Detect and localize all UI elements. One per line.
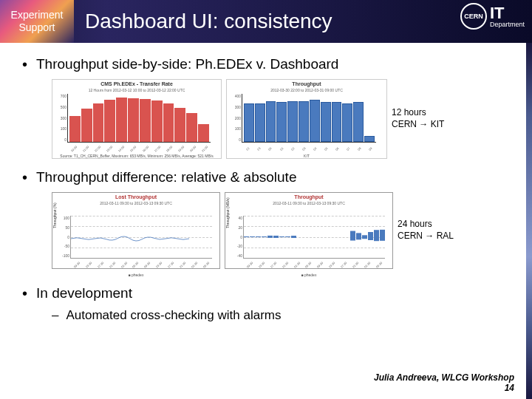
chart-lost-throughput: Lost Throughput 2012-03-11 09:30 to 2012…	[52, 192, 220, 269]
cern-logo: CERN IT Department	[460, 3, 525, 30]
bullet-1: Throughput side-by-side: Ph.EDEx v. Dash…	[22, 56, 510, 73]
chart1-yticks: 7005003001000	[55, 94, 66, 142]
chart4-body: 40200-20-40 Throughput (MB/s) 09:3013:30…	[243, 216, 385, 259]
bullet-3-sub: Automated cross-checking with alarms	[52, 308, 510, 323]
chart3-xticks: 09:3013:3017:3021:3001:3005:3009:3013:30…	[71, 263, 212, 267]
chart3-ylabel: Throughput (%)	[52, 202, 57, 228]
chart3-title: Lost Throughput	[52, 193, 219, 201]
chart4-subtitle: 2012-03-11 09:30 to 2012-03-13 09:30 UTC	[225, 201, 392, 205]
slide-content: Throughput side-by-side: Ph.EDEx v. Dash…	[0, 43, 532, 323]
chart3-subtitle: 2012-03-11 09:30 to 2012-03-13 09:30 UTC	[52, 201, 219, 205]
right-accent-strip	[526, 43, 532, 399]
slide-header: Experiment Support Dashboard UI: consist…	[0, 0, 532, 43]
chart3-legend: ■ phedex	[52, 272, 219, 278]
badge-line1: Experiment	[11, 9, 64, 21]
charts-row-1: CMS Ph.EDEx - Transfer Rate 12 Hours fro…	[52, 79, 510, 159]
chart4-yticks: 40200-20-40	[231, 216, 242, 258]
bullet-3-sub-text: Automated cross-checking with alarms	[66, 308, 281, 323]
chart1-bars	[68, 94, 211, 142]
chart4-title: Throughput	[225, 193, 392, 201]
bullet-2-text: Throughput difference: relative & absolu…	[36, 169, 296, 186]
cern-badge-icon: CERN	[460, 3, 487, 30]
chart2-legend: KIT	[227, 153, 386, 159]
chart3-line-icon	[71, 236, 189, 242]
charts-row-2: Lost Throughput 2012-03-11 09:30 to 2012…	[52, 192, 510, 269]
chart2-title: Throughput	[227, 80, 386, 88]
chart1-xticks: 10:0011:0012:0013:0014:0015:0016:0017:00…	[68, 147, 211, 151]
annotation-2-line2: CERN → RAL	[398, 231, 454, 242]
bullet-3: In development	[22, 285, 510, 302]
chart-dashboard-throughput: Throughput 2012-03-30 22:00 to 2012-03-3…	[226, 79, 387, 159]
chart4-xticks: 09:3013:3017:3021:3001:3005:3009:3013:30…	[244, 263, 385, 267]
chart1-body: 7005003001000 10:0011:0012:0013:0014:001…	[67, 94, 211, 143]
chart2-bars	[242, 94, 376, 142]
chart3-body: 100500-50-100 Throughput (%) 09:3013:301…	[70, 216, 212, 259]
chart4-legend: ■ phedex	[225, 272, 392, 278]
annotation-2: 24 hours CERN → RAL	[398, 219, 454, 242]
chart1-caption: Source: T1_CH_CERN_Buffer, Maximum: 653 …	[52, 153, 221, 159]
chart1-subtitle: 12 Hours from 2012-03-12 10:00 to 2012-0…	[52, 88, 221, 92]
annotation-2-line1: 24 hours	[398, 219, 454, 231]
slide-title: Dashboard UI: consistency	[85, 10, 332, 33]
footer-author: Julia Andreeva, WLCG Workshop	[374, 372, 514, 383]
chart4-bars	[244, 216, 385, 258]
cern-dept-label: Department	[490, 21, 525, 28]
cern-logo-text: IT Department	[490, 5, 525, 28]
chart3-yticks: 100500-50-100	[58, 216, 69, 258]
chart2-yticks: 4003002001000	[229, 94, 241, 142]
chart2-subtitle: 2012-03-30 22:00 to 2012-03-31 09:00 UTC	[227, 88, 386, 92]
annotation-1-line2: CERN → KIT	[392, 119, 444, 131]
bullet-1-text: Throughput side-by-side: Ph.EDEx v. Dash…	[36, 56, 338, 73]
badge-line2: Support	[18, 21, 55, 34]
chart-phedex-rate: CMS Ph.EDEx - Transfer Rate 12 Hours fro…	[52, 79, 222, 159]
annotation-1-line1: 12 hours	[392, 107, 444, 119]
chart2-body: 4003002001000 222300010203040506070809	[242, 94, 376, 143]
slide-footer: Julia Andreeva, WLCG Workshop 14	[374, 372, 514, 393]
chart1-title: CMS Ph.EDEx - Transfer Rate	[52, 80, 221, 88]
chart2-xticks: 222300010203040506070809	[242, 147, 376, 151]
header-badge: Experiment Support	[0, 0, 74, 43]
chart-throughput-diff: Throughput 2012-03-11 09:30 to 2012-03-1…	[225, 192, 393, 269]
cern-it-label: IT	[490, 5, 525, 21]
annotation-1: 12 hours CERN → KIT	[392, 107, 444, 130]
chart4-ylabel: Throughput (MB/s)	[225, 197, 230, 228]
bullet-2: Throughput difference: relative & absolu…	[22, 169, 510, 186]
bullet-3-text: In development	[36, 285, 132, 302]
footer-page: 14	[374, 383, 514, 393]
